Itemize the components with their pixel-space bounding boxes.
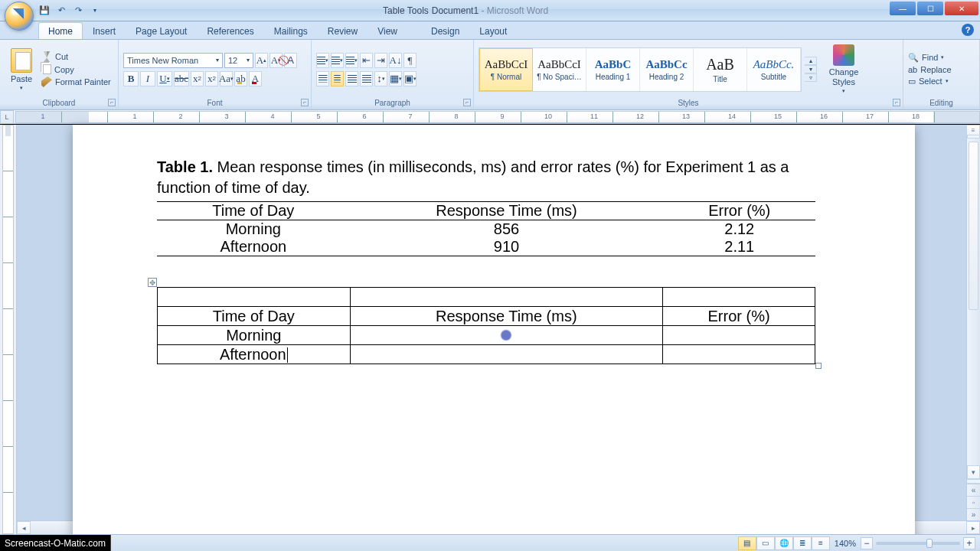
editing-table[interactable]: Time of DayResponse Time (ms)Error (%)Mo… bbox=[157, 287, 815, 364]
justify-button[interactable] bbox=[360, 71, 373, 86]
italic-button[interactable]: I bbox=[140, 71, 155, 86]
borders-button[interactable]: ▣▾ bbox=[403, 71, 416, 86]
grow-font-button[interactable]: A▴ bbox=[255, 53, 268, 68]
table-cell[interactable]: Afternoon bbox=[158, 345, 351, 364]
align-left-button[interactable] bbox=[316, 71, 329, 86]
office-button[interactable] bbox=[5, 2, 34, 31]
font-color-button[interactable]: A bbox=[249, 71, 262, 86]
style-item[interactable]: AaBbCcHeading 2 bbox=[640, 48, 694, 91]
zoom-thumb[interactable] bbox=[926, 539, 933, 548]
web-layout-view[interactable]: 🌐 bbox=[775, 536, 793, 550]
align-right-button[interactable] bbox=[345, 71, 358, 86]
tab-view[interactable]: View bbox=[368, 22, 407, 39]
ruler-toggle-button[interactable]: ≡ bbox=[966, 125, 980, 135]
vertical-ruler[interactable] bbox=[0, 125, 17, 534]
full-screen-view[interactable]: ▭ bbox=[756, 536, 775, 550]
find-button[interactable]: 🔍Find▾ bbox=[908, 53, 952, 63]
multilevel-button[interactable]: ▾ bbox=[345, 53, 358, 68]
tab-table-layout[interactable]: Layout bbox=[469, 22, 517, 39]
gallery-scroll[interactable]: ▴▾▿ bbox=[805, 57, 817, 82]
subscript-button[interactable]: x2 bbox=[191, 71, 204, 86]
table-cell[interactable] bbox=[350, 326, 663, 345]
font-family-combo[interactable]: Times New Roman▾ bbox=[123, 53, 223, 68]
tab-selector[interactable]: L bbox=[0, 110, 14, 124]
table-cell[interactable] bbox=[663, 288, 815, 307]
undo-icon[interactable]: ↶ bbox=[55, 5, 67, 17]
style-item[interactable]: AaBTitle bbox=[694, 48, 747, 91]
font-size-combo[interactable]: 12▾ bbox=[224, 53, 253, 68]
styles-launcher[interactable]: ⌐ bbox=[893, 99, 900, 106]
change-case-button[interactable]: Aa▾ bbox=[220, 71, 233, 86]
scroll-left-icon[interactable]: ◂ bbox=[17, 521, 31, 534]
paste-button[interactable]: Paste ▾ bbox=[5, 42, 38, 97]
bullets-button[interactable]: ▾ bbox=[316, 53, 329, 68]
prev-page-button[interactable]: « bbox=[967, 484, 980, 496]
horizontal-ruler[interactable]: 1123456789101112131415161718 bbox=[15, 111, 980, 123]
sort-button[interactable]: A↓ bbox=[389, 53, 402, 68]
shrink-font-button[interactable]: A▾ bbox=[270, 53, 283, 68]
table-header[interactable]: Time of Day bbox=[158, 307, 351, 326]
align-center-button[interactable] bbox=[331, 71, 344, 86]
scroll-down-icon[interactable]: ▾ bbox=[967, 465, 980, 479]
table-cell[interactable] bbox=[663, 345, 815, 364]
font-launcher[interactable]: ⌐ bbox=[301, 99, 309, 106]
tab-insert[interactable]: Insert bbox=[83, 22, 126, 39]
table-header[interactable]: Error (%) bbox=[663, 307, 815, 326]
zoom-out-button[interactable]: − bbox=[861, 537, 873, 549]
table-cell[interactable]: Morning bbox=[158, 326, 351, 345]
scroll-thumb[interactable] bbox=[969, 142, 978, 310]
table-move-handle[interactable]: ✥ bbox=[148, 278, 157, 287]
draft-view[interactable]: ≡ bbox=[812, 536, 830, 550]
highlight-button[interactable]: ab bbox=[234, 71, 247, 86]
style-item[interactable]: AaBbCcI¶ Normal bbox=[479, 48, 533, 91]
close-button[interactable]: ✕ bbox=[945, 2, 978, 15]
bold-button[interactable]: B bbox=[123, 71, 139, 86]
table-header[interactable]: Response Time (ms) bbox=[350, 307, 663, 326]
styles-gallery[interactable]: AaBbCcI¶ NormalAaBbCcI¶ No Spaci…AaBbCHe… bbox=[479, 47, 802, 92]
style-item[interactable]: AaBbCcI¶ No Spaci… bbox=[533, 48, 586, 91]
zoom-in-button[interactable]: + bbox=[963, 537, 975, 549]
underline-button[interactable]: U▾ bbox=[157, 71, 172, 86]
table-resize-handle[interactable] bbox=[815, 363, 822, 369]
numbering-button[interactable]: ▾ bbox=[331, 53, 344, 68]
table-cell[interactable] bbox=[158, 288, 351, 307]
style-item[interactable]: AaBbCc.Subtitle bbox=[747, 48, 801, 91]
clipboard-launcher[interactable]: ⌐ bbox=[108, 99, 116, 106]
line-spacing-button[interactable]: ↕▾ bbox=[374, 71, 387, 86]
tab-table-design[interactable]: Design bbox=[421, 22, 469, 39]
superscript-button[interactable]: x2 bbox=[205, 71, 218, 86]
replace-button[interactable]: abReplace bbox=[908, 65, 952, 74]
zoom-slider[interactable] bbox=[876, 542, 960, 545]
table-cell[interactable] bbox=[350, 288, 663, 307]
browse-object-button[interactable]: ◦ bbox=[967, 496, 980, 508]
tab-home[interactable]: Home bbox=[38, 22, 83, 39]
print-layout-view[interactable]: ▤ bbox=[738, 536, 756, 550]
cut-button[interactable]: Cut bbox=[41, 51, 111, 62]
paragraph-launcher[interactable]: ⌐ bbox=[463, 99, 471, 106]
table-cell[interactable] bbox=[350, 345, 663, 364]
select-button[interactable]: ▭Select▾ bbox=[908, 77, 952, 86]
minimize-button[interactable]: — bbox=[890, 2, 916, 15]
format-painter-button[interactable]: Format Painter bbox=[41, 77, 111, 87]
style-item[interactable]: AaBbCHeading 1 bbox=[586, 48, 640, 91]
scroll-right-icon[interactable]: ▸ bbox=[966, 521, 980, 534]
shading-button[interactable]: ▦▾ bbox=[389, 71, 402, 86]
decrease-indent-button[interactable]: ⇤ bbox=[360, 53, 373, 68]
outline-view[interactable]: ≣ bbox=[793, 536, 812, 550]
tab-mailings[interactable]: Mailings bbox=[264, 22, 318, 39]
show-marks-button[interactable]: ¶ bbox=[403, 53, 416, 68]
tab-references[interactable]: References bbox=[197, 22, 263, 39]
zoom-value[interactable]: 140% bbox=[835, 539, 856, 548]
document-page[interactable]: Table 1. Mean response times (in millise… bbox=[73, 125, 915, 551]
tab-page-layout[interactable]: Page Layout bbox=[126, 22, 197, 39]
redo-icon[interactable]: ↷ bbox=[72, 5, 84, 17]
qat-dropdown-icon[interactable]: ▾ bbox=[89, 5, 101, 17]
vertical-scrollbar[interactable]: ▴ ▾ « ◦ » bbox=[966, 125, 980, 520]
table-cell[interactable] bbox=[663, 326, 815, 345]
next-page-button[interactable]: » bbox=[967, 508, 980, 520]
help-button[interactable]: ? bbox=[962, 24, 974, 36]
tab-review[interactable]: Review bbox=[318, 22, 368, 39]
maximize-button[interactable]: ☐ bbox=[917, 2, 943, 15]
copy-button[interactable]: Copy bbox=[41, 64, 111, 74]
save-icon[interactable]: 💾 bbox=[38, 5, 51, 17]
